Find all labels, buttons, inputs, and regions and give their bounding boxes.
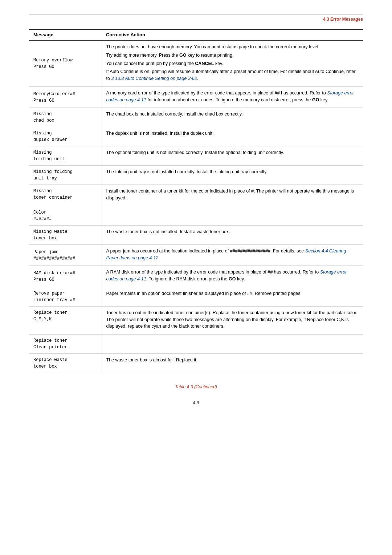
action-text: The waste toner box is almost full. Repl… [106, 357, 359, 364]
message-cell-missing-folding-unit-tray: Missing folding unit tray [29, 166, 102, 185]
top-rule [29, 15, 363, 15]
table-row-continuation: Replace toner Clean printer [29, 335, 363, 354]
action-text: The optional folding unit is not install… [106, 149, 359, 156]
action-text: A paper jam has occurred at the location… [106, 248, 359, 262]
table-row: Missing duplex drawerThe duplex unit is … [29, 127, 363, 146]
message-cell-color-hash: Color ####### [29, 206, 102, 225]
message-cell-missing-waste-toner: Missing waste toner box [29, 225, 102, 244]
message-cell-missing-toner-container: Missing toner container [29, 185, 102, 206]
action-cell-missing-chad-box: The chad box is not installed correctly.… [102, 108, 363, 127]
table-row: Paper jam ################A paper jam ha… [29, 244, 363, 266]
column-header-action: Corrective Action [102, 29, 363, 41]
action-text: Toner has run out in the indicated toner… [106, 309, 359, 330]
message-text-replace-toner: Replace toner C,M,Y,K [33, 310, 68, 322]
action-cell-continuation [102, 206, 363, 225]
table-row: Missing folding unitThe optional folding… [29, 146, 363, 166]
action-cell-missing-toner-container: Install the toner container of a toner k… [102, 185, 363, 206]
message-cell-replace-toner-clean: Replace toner Clean printer [29, 335, 102, 354]
table-row: MemoryCard err## Press GOA memory card e… [29, 86, 363, 108]
action-cell-missing-folding-unit: The optional folding unit is not install… [102, 146, 363, 166]
action-cell-replace-waste-toner: The waste toner box is almost full. Repl… [102, 354, 363, 373]
action-text: The folding unit tray is not installed c… [106, 169, 359, 175]
action-text: The waste toner box is not installed. In… [106, 228, 359, 235]
message-cell-remove-paper-finisher: Remove paper Finisher tray ## [29, 287, 102, 306]
message-cell-replace-waste-toner: Replace waste toner box [29, 354, 102, 373]
table-caption: Table 4-3 (Continued) [175, 384, 217, 389]
table-row: Missing toner containerInstall the toner… [29, 185, 363, 206]
message-cell-missing-chad-box: Missing chad box [29, 108, 102, 127]
action-cell-missing-waste-toner: The waste toner box is not installed. In… [102, 225, 363, 244]
action-text: The printer does not have enough memory.… [106, 44, 359, 50]
action-text: You can cancel the print job by pressing… [106, 60, 359, 67]
action-cell-missing-folding-unit-tray: The folding unit tray is not installed c… [102, 166, 363, 185]
page-number: 4-9 [29, 400, 363, 405]
table-row: Missing folding unit trayThe folding uni… [29, 166, 363, 185]
action-cell-remove-paper-finisher: Paper remains in an option document fini… [102, 287, 363, 306]
action-cell-ram-disk-error: A RAM disk error of the type indicated b… [102, 266, 363, 287]
action-text: If Auto Continue is on, printing will re… [106, 68, 359, 82]
message-cell-paper-jam: Paper jam ################ [29, 244, 102, 266]
page: 4.3 Error Messages Message Corrective Ac… [0, 0, 392, 555]
message-cell-replace-toner: Replace toner C,M,Y,K [29, 306, 102, 334]
column-header-message: Message [29, 29, 102, 41]
table-row: Memory overflow Press GOThe printer does… [29, 41, 363, 87]
table-row: Missing waste toner boxThe waste toner b… [29, 225, 363, 244]
action-cell-continuation [102, 335, 363, 354]
table-row-continuation: Color ####### [29, 206, 363, 225]
message-cell-missing-folding-unit: Missing folding unit [29, 146, 102, 166]
table-row: RAM disk error## Press GOA RAM disk erro… [29, 266, 363, 287]
error-messages-table: Message Corrective Action Memory overflo… [29, 29, 363, 373]
table-caption-section: Table 4-3 (Continued) [29, 384, 363, 389]
action-text: Try adding more memory. Press the GO key… [106, 52, 359, 59]
action-cell-paper-jam: A paper jam has occurred at the location… [102, 244, 363, 266]
message-cell-memory-overflow: Memory overflow Press GO [29, 41, 102, 87]
section-title: 4.3 Error Messages [323, 17, 363, 22]
action-cell-replace-toner: Toner has run out in the indicated toner… [102, 306, 363, 334]
action-cell-missing-duplex-drawer: The duplex unit is not installed. Instal… [102, 127, 363, 146]
action-text: Paper remains in an option document fini… [106, 290, 359, 297]
message-cell-missing-duplex-drawer: Missing duplex drawer [29, 127, 102, 146]
message-text-missing-toner-container: Missing toner container [33, 189, 73, 200]
table-row: Missing chad boxThe chad box is not inst… [29, 108, 363, 127]
action-text: The chad box is not installed correctly.… [106, 111, 359, 118]
action-text: Install the toner container of a toner k… [106, 188, 359, 202]
table-row: Remove paper Finisher tray ##Paper remai… [29, 287, 363, 306]
header: 4.3 Error Messages [29, 17, 363, 22]
table-row: Replace waste toner boxThe waste toner b… [29, 354, 363, 373]
table-row: Replace toner C,M,Y,KToner has run out i… [29, 306, 363, 334]
message-cell-memorycard-err: MemoryCard err## Press GO [29, 86, 102, 108]
action-text: The duplex unit is not installed. Instal… [106, 130, 359, 137]
message-cell-ram-disk-error: RAM disk error## Press GO [29, 266, 102, 287]
action-cell-memory-overflow: The printer does not have enough memory.… [102, 41, 363, 87]
action-text: A RAM disk error of the type indicated b… [106, 269, 359, 283]
action-text: A memory card error of the type indicate… [106, 90, 359, 104]
action-cell-memorycard-err: A memory card error of the type indicate… [102, 86, 363, 108]
